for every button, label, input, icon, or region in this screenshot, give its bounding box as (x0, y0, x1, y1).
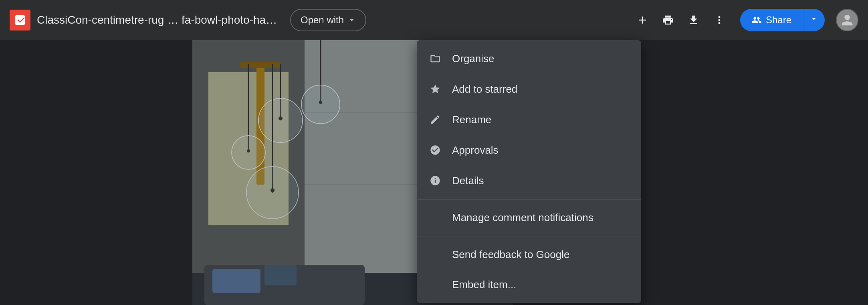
star-icon (428, 82, 442, 96)
more-vert-icon (713, 14, 725, 26)
main-content: Organise Add to starred Rename (0, 40, 868, 305)
file-title: ClassiCon-centimetre-rug … fa-bowl-photo… (37, 14, 277, 26)
send-feedback-label: Send feedback to Google (452, 248, 569, 261)
svg-point-24 (270, 188, 275, 192)
svg-point-23 (247, 167, 298, 218)
details-label: Details (452, 175, 484, 187)
rename-label: Rename (452, 114, 491, 126)
rename-icon (428, 112, 442, 127)
svg-rect-8 (240, 62, 281, 68)
add-to-starred-label: Add to starred (452, 83, 517, 96)
add-to-drive-button[interactable] (631, 9, 654, 31)
open-with-label: Open with (301, 14, 344, 26)
menu-item-send-feedback[interactable]: Send feedback to Google (417, 240, 641, 270)
menu-section-3: Send feedback to Google Embed item... (417, 236, 641, 303)
menu-item-approvals[interactable]: Approvals (417, 135, 641, 165)
menu-item-details[interactable]: Details (417, 165, 641, 196)
dropdown-menu: Organise Add to starred Rename (417, 40, 641, 303)
svg-rect-27 (212, 269, 260, 293)
approvals-label: Approvals (452, 144, 499, 157)
organise-label: Organise (452, 53, 495, 65)
avatar-image (839, 12, 855, 28)
share-label: Share (766, 14, 791, 26)
share-person-icon (751, 15, 762, 25)
more-options-button[interactable] (708, 9, 731, 31)
info-icon (428, 173, 442, 188)
add-to-drive-icon (636, 14, 648, 26)
organise-icon (428, 51, 442, 66)
toolbar-icons (631, 9, 731, 31)
menu-item-organise[interactable]: Organise (417, 43, 641, 74)
svg-rect-28 (264, 265, 297, 285)
menu-item-add-to-starred[interactable]: Add to starred (417, 74, 641, 104)
share-dropdown-button[interactable] (803, 9, 825, 31)
download-icon (688, 14, 700, 26)
chevron-down-share-icon (809, 14, 818, 23)
print-icon (662, 14, 674, 26)
share-button[interactable]: Share (740, 9, 803, 31)
avatar[interactable] (836, 9, 858, 31)
menu-item-rename[interactable]: Rename (417, 104, 641, 135)
svg-point-12 (279, 116, 283, 120)
approvals-icon (428, 143, 442, 157)
chevron-down-icon (348, 16, 356, 24)
open-with-button[interactable]: Open with (290, 9, 366, 31)
manage-notifications-label: Manage comment notifications (452, 211, 593, 224)
share-button-group: Share (740, 9, 825, 31)
bg-left (0, 40, 192, 305)
menu-item-manage-notifications[interactable]: Manage comment notifications (417, 203, 641, 233)
menu-section-1: Organise Add to starred Rename (417, 40, 641, 199)
app-logo (10, 10, 30, 31)
svg-point-16 (247, 149, 250, 152)
menu-item-embed[interactable]: Embed item... (417, 270, 641, 300)
embed-label: Embed item... (452, 279, 516, 291)
print-button[interactable] (657, 9, 679, 31)
menu-section-2: Manage comment notifications (417, 199, 641, 236)
toolbar: ClassiCon-centimetre-rug … fa-bowl-photo… (0, 0, 868, 40)
svg-point-19 (302, 86, 339, 123)
download-button[interactable] (682, 9, 705, 31)
svg-point-20 (319, 101, 322, 104)
